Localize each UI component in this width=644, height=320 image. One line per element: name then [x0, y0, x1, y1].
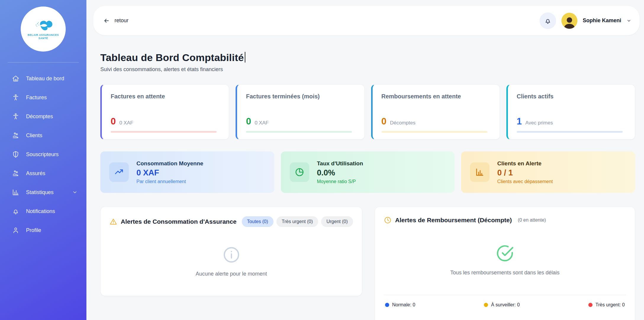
stat-card-unit: Décomptes	[390, 120, 416, 126]
user-name[interactable]: Sophie Kameni	[583, 17, 621, 24]
shield-icon	[12, 151, 20, 158]
stat-card-title: Factures en attente	[111, 93, 220, 100]
info-card-title: Taux d'Utilisation	[317, 160, 363, 167]
bird-logo-icon	[30, 18, 56, 33]
sidebar-item-tableau-de-bord[interactable]: Tableau de bord	[0, 69, 86, 88]
page-title: Tableau de Bord Comptabilité	[100, 52, 244, 63]
person-icon	[12, 113, 20, 120]
info-card-consommation: Consommation Moyenne 0 XAF Par client an…	[100, 151, 274, 193]
user-avatar[interactable]	[561, 13, 577, 29]
sidebar-item-notifications[interactable]: Notifications	[0, 202, 86, 221]
stat-card-factures-attente: Factures en attente 0 0 XAF	[100, 84, 229, 140]
icon-box	[109, 162, 129, 182]
info-card-title: Clients en Alerte	[497, 160, 553, 167]
icon-box	[290, 162, 309, 182]
stat-card-factures-terminees: Factures terminées (mois) 0 0 XAF	[236, 84, 364, 140]
empty-message: Aucune alerte pour le moment	[196, 271, 267, 277]
legend-dot-yellow	[484, 303, 488, 307]
filter-tres-urgent[interactable]: Très urgent (0)	[276, 216, 318, 227]
back-button[interactable]: retour	[100, 15, 131, 27]
sidebar-item-profile[interactable]: Profile	[0, 221, 86, 240]
chevron-down-icon	[72, 190, 78, 195]
bar-chart-icon	[475, 167, 484, 177]
brand-name: BELAIR ASSURANCES	[28, 33, 59, 37]
info-card-subtitle: Moyenne ratio S/P	[317, 179, 363, 184]
stat-card-title: Clients actifs	[517, 93, 626, 100]
bell-icon	[12, 207, 20, 215]
bar-chart-icon	[12, 188, 20, 196]
back-label: retour	[115, 17, 128, 24]
info-card-subtitle: Par client annuellement	[136, 179, 203, 184]
filter-urgent[interactable]: Urgent (0)	[321, 216, 353, 227]
stat-card-value: 0	[111, 116, 116, 127]
sidebar: BELAIR ASSURANCES SANTÉ Tableau de bord …	[0, 0, 86, 320]
home-icon	[12, 75, 20, 82]
sidebar-item-label: Factures	[26, 95, 78, 101]
notifications-button[interactable]	[540, 12, 556, 29]
legend-label: Très urgent: 0	[595, 302, 625, 308]
sidebar-item-assures[interactable]: Assurés	[0, 164, 86, 183]
info-card-clients-alerte: Clients en Alerte 0 / 1 Clients avec dép…	[461, 151, 635, 193]
avatar-photo	[563, 16, 576, 29]
pie-chart-icon	[295, 167, 304, 177]
stat-card-unit: 0 XAF	[119, 120, 133, 126]
stat-card-title: Remboursements en attente	[381, 93, 491, 100]
stat-card-value: 1	[517, 116, 522, 127]
stat-card-progress-bar	[111, 131, 217, 133]
legend-item-a-surveiller: À surveiller: 0	[484, 302, 520, 308]
brand-subname: SANTÉ	[38, 37, 48, 40]
stat-card-value: 0	[381, 116, 387, 127]
sidebar-item-label: Tableau de bord	[26, 76, 78, 82]
sidebar-item-decomptes[interactable]: Décomptes	[0, 107, 86, 126]
stat-cards-row: Factures en attente 0 0 XAF Factures ter…	[100, 84, 635, 140]
stat-card-unit: Avec primes	[525, 120, 553, 126]
text-cursor	[245, 52, 245, 63]
sidebar-item-label: Profile	[26, 227, 78, 233]
legend-dot-red	[588, 303, 593, 307]
sidebar-nav: Tableau de bord Factures Décomptes Clien…	[0, 69, 86, 240]
legend-label: Normale: 0	[392, 302, 415, 308]
stat-card-remboursements: Remboursements en attente 0 Décomptes	[371, 84, 500, 140]
icon-box	[470, 162, 490, 182]
info-card-value: 0 / 1	[497, 168, 553, 177]
arrow-left-icon	[103, 17, 110, 24]
stat-card-progress-bar	[381, 131, 487, 133]
chevron-down-icon[interactable]	[627, 18, 631, 23]
reimbursement-alerts-panel: Alertes de Remboursement (Décompte) (0 e…	[375, 207, 635, 320]
person-icon	[12, 94, 20, 101]
legend-item-tres-urgent: Très urgent: 0	[588, 302, 625, 308]
topbar: retour Sophie Kameni	[93, 6, 640, 35]
stat-card-value: 0	[246, 116, 251, 127]
sidebar-item-label: Décomptes	[26, 113, 78, 120]
legend-item-normale: Normale: 0	[385, 302, 415, 308]
sidebar-item-label: Assurés	[26, 170, 78, 177]
alert-filter-group: Toutes (0) Très urgent (0) Urgent (0)	[242, 216, 353, 227]
sidebar-item-label: Souscripteurs	[26, 151, 78, 158]
trending-up-icon	[114, 167, 124, 177]
info-card-title: Consommation Moyenne	[136, 160, 203, 167]
sidebar-item-statistiques[interactable]: Statistiques	[0, 183, 86, 202]
sidebar-item-label: Clients	[26, 132, 78, 139]
check-circle-icon	[495, 244, 515, 263]
hand-holding-icon	[12, 132, 20, 139]
empty-message: Tous les remboursements sont dans les dé…	[450, 270, 559, 276]
sidebar-divider	[8, 62, 79, 63]
info-card-value: 0.0%	[317, 168, 363, 177]
info-cards-row: Consommation Moyenne 0 XAF Par client an…	[100, 151, 635, 193]
main-area: retour Sophie Kameni Tableau de Bord Com…	[86, 0, 644, 320]
sidebar-item-factures[interactable]: Factures	[0, 88, 86, 107]
sidebar-item-souscripteurs[interactable]: Souscripteurs	[0, 145, 86, 164]
consumption-alerts-panel: Alertes de Consommation d'Assurance Tout…	[100, 207, 362, 296]
stat-card-title: Factures terminées (mois)	[246, 93, 355, 100]
sidebar-item-clients[interactable]: Clients	[0, 126, 86, 145]
filter-toutes[interactable]: Toutes (0)	[242, 216, 273, 227]
stat-card-progress-bar	[246, 131, 352, 133]
stat-card-unit: 0 XAF	[255, 120, 269, 126]
info-card-subtitle: Clients avec dépassement	[497, 179, 553, 184]
warning-triangle-icon	[110, 218, 117, 225]
user-icon	[12, 226, 20, 234]
clock-icon	[384, 216, 392, 224]
alert-panels-row: Alertes de Consommation d'Assurance Tout…	[100, 207, 635, 320]
sidebar-item-label: Statistiques	[26, 189, 72, 196]
company-logo: BELAIR ASSURANCES SANTÉ	[21, 7, 66, 52]
